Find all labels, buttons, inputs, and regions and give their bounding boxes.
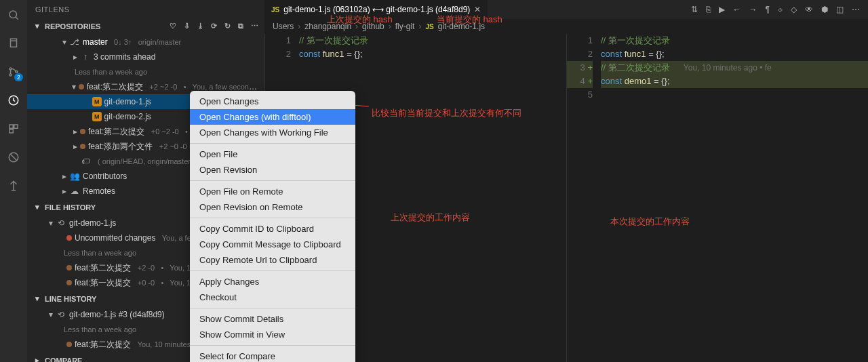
breadcrumb[interactable]: Users› zhangpanqin› github› fly-git› JS …: [264, 19, 868, 34]
age-row: Less than a week ago: [27, 64, 264, 79]
editor-tab[interactable]: JS git-demo-1.js (063102a) ⟷ git-demo-1.…: [264, 0, 488, 19]
tag-icon: 🏷: [80, 157, 91, 166]
modified-badge: M: [92, 97, 102, 106]
context-menu-item[interactable]: Open Changes with Working File: [190, 125, 355, 140]
context-menu-item[interactable]: Apply Changes: [190, 274, 355, 289]
context-menu-item[interactable]: Open File: [190, 146, 355, 162]
arrow-right-icon[interactable]: →: [749, 5, 757, 14]
svg-point-3: [9, 68, 12, 70]
svg-line-11: [11, 155, 17, 161]
chevron-right-icon: ▸: [33, 356, 42, 362]
chevron-right-icon: ▸: [60, 186, 69, 196]
crumb[interactable]: github: [362, 22, 384, 31]
run-icon[interactable]: ▶: [719, 5, 725, 14]
sidebar-title: GITLENS: [27, 0, 264, 19]
menu-separator: [190, 345, 355, 346]
chevron-down-icon: ▾: [60, 37, 69, 47]
crumb[interactable]: fly-git: [395, 22, 415, 31]
up-arrow-icon: ↑: [80, 52, 91, 62]
menu-separator: [190, 143, 355, 144]
context-menu-item[interactable]: Show Commit in View: [190, 327, 355, 342]
extensions-icon[interactable]: [5, 121, 22, 137]
split-icon[interactable]: ◫: [836, 5, 844, 14]
modified-badge: M: [92, 112, 102, 121]
commit-dot-icon: [80, 144, 85, 149]
panel-title: FILE HISTORY: [45, 203, 96, 212]
files-icon[interactable]: [5, 35, 22, 52]
more-icon[interactable]: ⋯: [250, 22, 259, 31]
pull-icon[interactable]: ⤓: [195, 22, 205, 31]
debug-icon[interactable]: [5, 149, 22, 165]
svg-line-1: [16, 17, 18, 20]
cloud-icon: ☁: [69, 186, 80, 196]
gitlens-icon[interactable]: [5, 92, 22, 108]
tab-title: git-demo-1.js (063102a) ⟷ git-demo-1.js …: [283, 5, 470, 14]
panel-repositories-header[interactable]: ▾ REPOSITORIES ♡ ⇩ ⤓ ⟳ ↻ ⧉ ⋯: [27, 19, 264, 33]
chevron-down-icon: ▾: [33, 294, 42, 303]
filter-icon[interactable]: ⇩: [182, 22, 191, 31]
context-menu-item[interactable]: Copy Commit ID to Clipboard: [190, 221, 355, 237]
code-right[interactable]: // 第一次提交记录 const func1 = {}; // 第二次提交记录Y…: [601, 34, 868, 362]
shield-icon[interactable]: ⬢: [821, 5, 828, 14]
close-icon[interactable]: ✕: [474, 5, 481, 14]
chevron-right-icon: ▸: [71, 142, 80, 151]
chevron-down-icon: ▾: [46, 218, 56, 228]
chevron-down-icon: ▾: [33, 203, 42, 212]
source-control-icon[interactable]: 2: [5, 64, 22, 80]
context-menu-item[interactable]: Copy Commit Message to Clipboard: [190, 237, 355, 252]
crumb[interactable]: Users: [273, 22, 294, 31]
context-menu-item[interactable]: Select for Compare: [190, 348, 355, 362]
context-menu: Open ChangesOpen Changes (with difftool)…: [190, 91, 355, 362]
tab-actions: ⇅ ⎘ ▶ ← → ¶ ⟐ ◇ 👁 ⬢ ◫ ⋯: [691, 5, 868, 14]
open-file-icon[interactable]: ⎘: [706, 5, 711, 14]
tree-icon[interactable]: [5, 178, 22, 194]
branch-row[interactable]: ▾ ⎇ master 0↓ 3↑ origin/master: [27, 35, 264, 49]
heart-icon[interactable]: ♡: [168, 22, 178, 31]
context-menu-item[interactable]: Open Revision: [190, 162, 355, 178]
context-menu-item[interactable]: Copy Remote Url to Clipboard: [190, 252, 355, 268]
svg-rect-8: [14, 125, 18, 128]
context-menu-item[interactable]: Checkout: [190, 289, 355, 305]
more-icon[interactable]: ⋯: [852, 5, 860, 14]
chevron-down-icon: ▾: [33, 22, 42, 31]
people-icon: 👥: [69, 172, 80, 181]
svg-rect-2: [11, 39, 17, 47]
commit-dot-icon: [80, 129, 85, 134]
scm-badge: 2: [14, 73, 23, 81]
compare-icon[interactable]: ⇅: [691, 5, 698, 14]
search-icon[interactable]: [5, 7, 22, 23]
refresh-icon[interactable]: ⟳: [209, 22, 218, 31]
sync-icon[interactable]: ↻: [222, 22, 232, 31]
context-menu-item[interactable]: Show Commit Details: [190, 311, 355, 327]
chevron-right-icon: ▸: [71, 52, 80, 62]
svg-rect-7: [9, 125, 13, 128]
commit-dot-icon: [66, 235, 72, 241]
stash-icon[interactable]: ⧉: [236, 22, 245, 31]
arrow-left-icon[interactable]: ←: [733, 5, 741, 14]
view-icon[interactable]: ◇: [791, 5, 797, 14]
panel-title: COMPARE: [45, 357, 82, 363]
panel-title: LINE HISTORY: [45, 295, 96, 303]
panel-title: REPOSITORIES: [45, 22, 100, 31]
history-icon: ⟲: [56, 218, 66, 228]
commits-ahead-row[interactable]: ▸ ↑ 3 commits ahead: [27, 49, 264, 64]
diff-icon[interactable]: ⟐: [778, 5, 783, 14]
crumb[interactable]: git-demo-1.js: [438, 22, 485, 31]
commit-dot-icon: [79, 84, 84, 89]
diff-right-pane: 1 2 3 + 4 + 5 // 第一次提交记录 const func1 = {…: [566, 34, 868, 362]
context-menu-item[interactable]: Open Revision on Remote: [190, 199, 355, 215]
commit-dot-icon: [66, 265, 72, 270]
tab-bar: JS git-demo-1.js (063102a) ⟷ git-demo-1.…: [264, 0, 868, 19]
svg-point-4: [9, 74, 12, 76]
commit-dot-icon: [66, 342, 72, 347]
js-file-icon: JS: [271, 6, 279, 14]
chevron-right-icon: ▸: [71, 127, 80, 136]
context-menu-item[interactable]: Open Changes: [190, 94, 355, 109]
chevron-down-icon: ▾: [46, 310, 56, 319]
context-menu-item[interactable]: Open Changes (with difftool): [190, 109, 355, 125]
pilcrow-icon[interactable]: ¶: [766, 5, 770, 14]
menu-separator: [190, 270, 355, 271]
crumb[interactable]: zhangpanqin: [304, 22, 351, 31]
eye-icon[interactable]: 👁: [805, 5, 813, 14]
context-menu-item[interactable]: Open File on Remote: [190, 184, 355, 199]
